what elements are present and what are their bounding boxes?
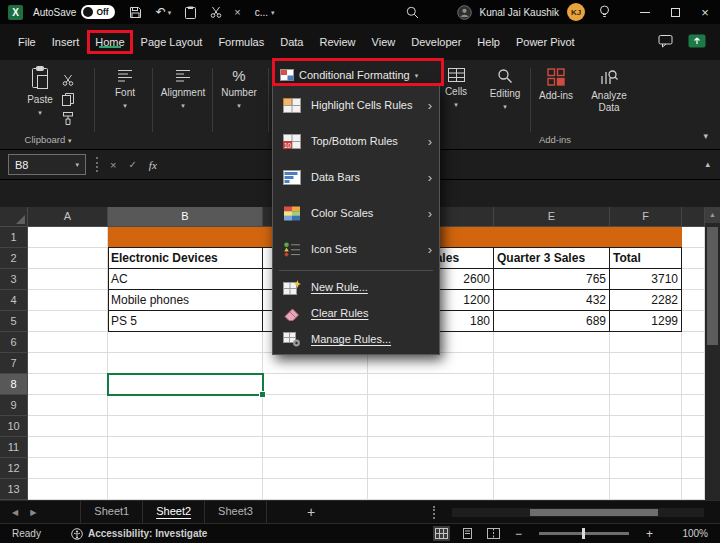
row-header-10[interactable]: 10 [0,416,28,437]
cell-B11[interactable] [108,437,263,458]
tab-view[interactable]: View [364,30,404,54]
account-icon[interactable] [457,5,472,20]
menu-item-data-bars[interactable]: Data Bars › [273,159,439,195]
cell-C11[interactable] [263,437,368,458]
cell-F3[interactable]: 3710 [610,269,682,290]
page-layout-view-button[interactable] [459,526,476,541]
cell-C7[interactable] [263,353,368,374]
save-icon[interactable] [129,6,142,19]
cancel-entry-icon[interactable]: × [110,159,116,171]
cell-F13[interactable] [610,479,682,500]
cell-A13[interactable] [28,479,108,500]
cell-D13[interactable] [368,479,494,500]
comments-icon[interactable] [658,34,673,50]
cell-C13[interactable] [263,479,368,500]
cell-F7[interactable] [610,353,682,374]
vertical-scroll-thumb[interactable] [707,227,718,345]
row-header-9[interactable]: 9 [0,395,28,416]
cell-F8[interactable] [610,374,682,395]
cell-E6[interactable] [494,332,610,353]
cut-icon[interactable] [62,72,74,90]
cell-F9[interactable] [610,395,682,416]
cell-A5[interactable] [28,311,108,332]
cell-E9[interactable] [494,395,610,416]
user-name[interactable]: Kunal Jai Kaushik [480,7,560,18]
cell-A1[interactable] [28,227,108,248]
row-header-3[interactable]: 3 [0,269,28,290]
menu-item-highlight-cells-rules[interactable]: Highlight Cells Rules › [273,87,439,123]
cell-D11[interactable] [368,437,494,458]
excel-app-icon[interactable]: X [8,5,23,20]
cell-B10[interactable] [108,416,263,437]
column-header-E[interactable]: E [494,207,610,227]
autosave-toggle[interactable]: Off [81,5,114,19]
page-break-view-button[interactable] [485,526,502,541]
horizontal-scroll-thumb[interactable] [530,509,658,516]
cell-E4[interactable]: 432 [494,290,610,311]
menu-item-new-rule[interactable]: New Rule... [273,274,439,300]
tab-help[interactable]: Help [469,30,508,54]
cell-E7[interactable] [494,353,610,374]
cell-A7[interactable] [28,353,108,374]
close-button[interactable]: × [690,0,720,24]
cell-F2[interactable]: Total [610,248,682,269]
cell-E8[interactable] [494,374,610,395]
cell-F10[interactable] [610,416,682,437]
lightbulb-icon[interactable] [599,5,610,19]
menu-item-color-scales[interactable]: Color Scales › [273,195,439,231]
sheet-nav-right-icon[interactable]: ▶ [30,508,36,517]
formula-bar-splitter[interactable] [96,157,98,172]
cell-F6[interactable] [610,332,682,353]
menu-item-icon-sets[interactable]: Icon Sets › [273,231,439,267]
row-header-7[interactable]: 7 [0,353,28,374]
cell-B9[interactable] [108,395,263,416]
column-header-F[interactable]: F [610,207,682,227]
zoom-out-button[interactable]: − [515,527,522,541]
row-header-4[interactable]: 4 [0,290,28,311]
column-header-B[interactable]: B [108,207,263,227]
add-sheet-button[interactable]: + [307,504,315,520]
cell-B5[interactable]: PS 5 [108,311,263,332]
sheet-tab-sheet1[interactable]: Sheet1 [80,501,143,523]
cell-A12[interactable] [28,458,108,479]
cell-C12[interactable] [263,458,368,479]
cell-D9[interactable] [368,395,494,416]
vertical-scrollbar[interactable]: ▲ [705,207,720,500]
cell-B12[interactable] [108,458,263,479]
cell-F5[interactable]: 1299 [610,311,682,332]
select-all-corner[interactable] [0,207,28,227]
cell-A4[interactable] [28,290,108,311]
cell-A2[interactable] [28,248,108,269]
row-header-1[interactable]: 1 [0,227,28,248]
confirm-entry-icon[interactable]: ✓ [128,159,136,170]
cell-D7[interactable] [368,353,494,374]
sheet-nav-left-icon[interactable]: ◀ [12,508,18,517]
paste-button[interactable]: Paste ▾ [22,66,58,116]
font-group-button[interactable]: Font ▾ [100,68,150,109]
cell-B6[interactable] [108,332,263,353]
tab-data[interactable]: Data [272,30,311,54]
cell-A11[interactable] [28,437,108,458]
zoom-in-button[interactable]: + [646,527,653,541]
row-header-2[interactable]: 2 [0,248,28,269]
tab-splitter-handle[interactable] [433,506,435,519]
avatar[interactable]: KJ [567,3,585,21]
cell-E13[interactable] [494,479,610,500]
insert-function-icon[interactable]: fx [149,159,157,171]
cell-C9[interactable] [263,395,368,416]
tab-developer[interactable]: Developer [403,30,469,54]
cell-F4[interactable]: 2282 [610,290,682,311]
cell-F11[interactable] [610,437,682,458]
name-box[interactable]: B8 ▾ [8,154,86,175]
format-painter-icon[interactable] [62,111,74,129]
tab-file[interactable]: File [10,30,44,54]
cell-E12[interactable] [494,458,610,479]
row-header-11[interactable]: 11 [0,437,28,458]
tab-power-pivot[interactable]: Power Pivot [508,30,583,54]
cell-E2[interactable]: Quarter 3 Sales [494,248,610,269]
cell-B3[interactable]: AC [108,269,263,290]
x-mark-icon[interactable]: × [234,6,240,18]
cell-B7[interactable] [108,353,263,374]
cell-A9[interactable] [28,395,108,416]
column-header-A[interactable]: A [28,207,108,227]
